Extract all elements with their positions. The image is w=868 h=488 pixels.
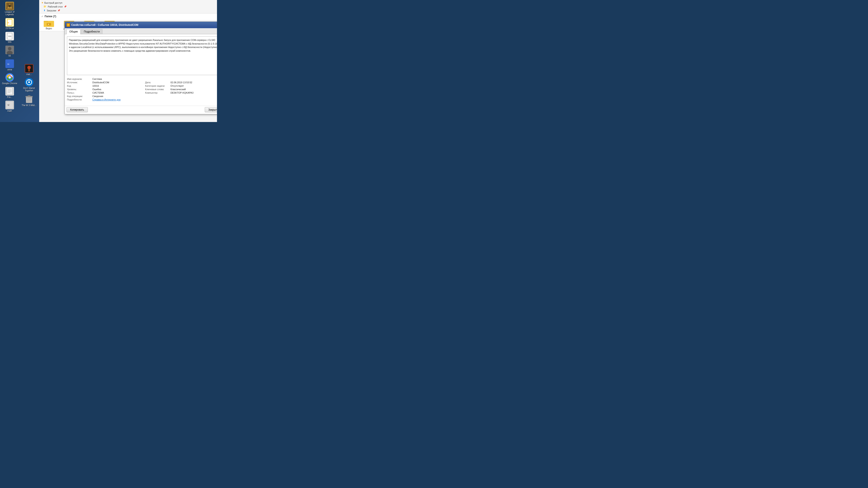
message-text-box[interactable]: Параметры разрешений для конкретного при… — [67, 36, 217, 75]
desktop-icon-555[interactable]: 555 555 — [1, 31, 18, 44]
desktop-icon-lol[interactable]: League of Legends — [1, 1, 18, 17]
details-link[interactable]: Справка в Интернете для — [92, 98, 143, 101]
task-category-value: Отсутствует — [170, 85, 217, 87]
desktop-nav-label: Рабочий стол — [48, 5, 63, 8]
file-555-icon: 555 — [5, 32, 14, 40]
fra-icon — [5, 87, 14, 96]
level-value: Ошибка — [92, 88, 143, 91]
folder-icon: 📁 — [43, 5, 46, 8]
nav-desktop[interactable]: 📁 Рабочий стол 📌 — [43, 5, 215, 8]
empty-col1 — [145, 78, 169, 80]
message-text: Параметры разрешений для конкретного при… — [69, 39, 217, 52]
tab-details[interactable]: Подробности — [81, 29, 102, 34]
desktop-icon-fra[interactable]: Fra... — [1, 86, 18, 99]
source-value: DistributedCOM — [92, 81, 143, 84]
dialog-footer: Копировать Закрыть — [65, 106, 217, 114]
math-label: math — [7, 110, 12, 112]
empty-val1 — [170, 78, 217, 80]
fra-label: Fra... — [7, 96, 12, 99]
user-label: Польз.: — [67, 92, 91, 94]
svg-text:Ai: Ai — [7, 22, 9, 24]
svg-rect-31 — [28, 96, 30, 97]
empty-col4 — [145, 98, 169, 101]
svg-text:555: 555 — [8, 35, 11, 37]
unna-label: unna — [7, 68, 12, 71]
date-label: Дата: — [145, 81, 169, 84]
close-dialog-button[interactable]: Закрыть — [205, 107, 217, 112]
desktop: League of Legends Ai 23764.ai 555 555 — [0, 0, 217, 122]
folder-video-label: Видео — [45, 27, 52, 30]
source-label: Источник: — [67, 81, 91, 84]
file-555-label: 555 — [8, 41, 11, 43]
details-field-label: Подробности: — [67, 98, 91, 101]
unna-icon: Gi — [5, 59, 14, 68]
file-23764-label: 23764.ai — [6, 27, 14, 30]
folders-header: ✓ Папки (7) — [41, 15, 215, 18]
trash-label: The W 3 Wild... — [22, 104, 36, 107]
code-label: Код — [67, 85, 91, 87]
desktop-icon-uplay[interactable]: Don't Starve Together — [21, 77, 38, 93]
desktop-icon-dst[interactable]: mat... — [21, 63, 38, 76]
math-icon: M — [5, 101, 14, 109]
tab-general[interactable]: Общие — [66, 29, 81, 34]
keywords-value: Классический — [170, 88, 217, 91]
desktop-icon-23764[interactable]: Ai 23764.ai — [1, 17, 18, 31]
quick-access-area: ★ Быстрый доступ 📁 Рабочий стол 📌 ⬇ Загр… — [39, 0, 217, 13]
svg-point-27 — [28, 81, 30, 83]
svg-rect-19 — [8, 92, 10, 93]
dialog-title-area: ! Свойства событий - Событие 10016, Dist… — [66, 23, 138, 27]
dialog-content: Параметры разрешений для конкретного при… — [65, 34, 217, 106]
message-area: Параметры разрешений для конкретного при… — [67, 36, 217, 75]
task-category-label: Категория задачи: — [145, 85, 169, 87]
desktop-icons-panel: League of Legends Ai 23764.ai 555 555 — [0, 0, 19, 122]
event-info-grid: Имя журнала: Система Источник: Distribut… — [67, 77, 217, 102]
copy-button[interactable]: Копировать — [66, 107, 88, 112]
op-code-label: Код операции: — [67, 95, 91, 97]
folder-video[interactable]: Видео — [41, 19, 56, 30]
date-value: 02.06.2019 13:53:52 — [170, 81, 217, 84]
svg-rect-18 — [8, 91, 11, 92]
svg-point-2 — [8, 5, 11, 7]
empty-val3 — [170, 95, 217, 97]
svg-point-15 — [9, 76, 11, 78]
folders-title: Папки (7) — [44, 15, 56, 18]
dst-label: mat... — [26, 73, 32, 76]
chrome-label: Google Chrome — [2, 82, 18, 85]
desktop-icon-trash[interactable]: The W 3 Wild... — [21, 94, 38, 107]
desktop-icon-chrome[interactable]: Google Chrome — [1, 72, 18, 86]
empty-col3 — [145, 95, 169, 97]
journal-label: Имя журнала: — [67, 78, 91, 80]
icon-56-label: 56 — [8, 55, 11, 57]
empty-val4 — [170, 98, 217, 101]
computer-label: Компьютер: — [145, 92, 169, 94]
svg-rect-24 — [28, 69, 30, 71]
level-label: Уровень: — [67, 88, 91, 91]
desktop-icon-56[interactable]: 56 — [1, 45, 18, 58]
computer-value: DESKTOP-KQKAPA3 — [170, 92, 217, 94]
quick-access-label: Быстрый доступ — [44, 1, 62, 4]
folder-video-icon — [44, 19, 54, 27]
pin-icon2: 📌 — [58, 9, 60, 11]
keywords-label: Ключевые слова: — [145, 88, 169, 91]
download-icon: ⬇ — [43, 9, 45, 12]
svg-rect-17 — [8, 90, 11, 90]
op-code-value: Сведения — [92, 95, 143, 97]
person-56-icon — [5, 45, 14, 54]
desktop-icon-unna[interactable]: Gi unna — [1, 59, 18, 72]
desktop-icon-math[interactable]: M math — [1, 100, 18, 113]
pin-icon: 📌 — [64, 5, 66, 8]
trash-icon — [25, 95, 33, 104]
nav-downloads[interactable]: ⬇ Загрузки 📌 — [43, 9, 215, 12]
quick-access-item[interactable]: ★ Быстрый доступ — [41, 1, 62, 4]
dialog-titlebar: ! Свойства событий - Событие 10016, Dist… — [65, 22, 217, 28]
chrome-icon — [5, 73, 14, 82]
dialog-tabs: Общие Подробности — [65, 28, 217, 34]
file-23764-icon: Ai — [5, 18, 14, 27]
downloads-nav-label: Загрузки — [47, 9, 56, 12]
uplay-icon — [25, 78, 33, 87]
uplay-label: Don't Starve Together — [21, 87, 37, 92]
svg-text:Gi: Gi — [7, 63, 9, 65]
svg-point-23 — [27, 66, 31, 69]
dst-icon — [25, 64, 33, 73]
svg-point-8 — [8, 47, 11, 51]
